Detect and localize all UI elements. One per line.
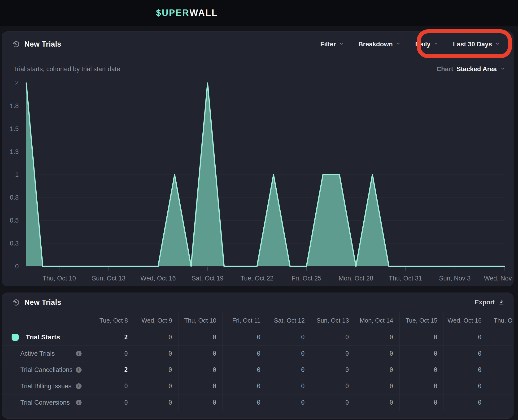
chart-panel-title: New Trials xyxy=(24,40,61,48)
logo-suffix: WALL xyxy=(190,8,218,18)
value-cell: 0 xyxy=(178,329,222,345)
value-cell: 0 xyxy=(311,378,355,394)
filter-dropdown[interactable]: Filter xyxy=(313,39,351,49)
column-header: Wed, Oct 16 xyxy=(444,312,488,329)
cell-value: 0 xyxy=(301,350,305,357)
value-cell: 0 xyxy=(222,329,267,345)
svg-text:0.8: 0.8 xyxy=(10,194,19,201)
svg-text:Mon, Oct 28: Mon, Oct 28 xyxy=(339,275,373,282)
breakdown-dropdown[interactable]: Breakdown xyxy=(351,39,408,49)
row-label-cell: Trial Conversions xyxy=(2,394,90,411)
value-cell: 0 xyxy=(355,394,399,411)
value-cell: 0 xyxy=(399,329,444,345)
svg-text:Sun, Nov 3: Sun, Nov 3 xyxy=(439,275,471,282)
value-cell: 0 xyxy=(399,362,444,378)
table-corner-cell xyxy=(2,312,90,329)
svg-text:2: 2 xyxy=(15,79,19,87)
table-row: Trial Cancellations200000000 xyxy=(2,362,513,378)
column-header-label: Sat, Oct 12 xyxy=(274,317,305,324)
superwall-logo: $UPERWALL xyxy=(156,0,218,26)
value-cell: 0 xyxy=(267,394,311,411)
value-cell xyxy=(488,378,513,394)
value-cell: 0 xyxy=(311,345,355,362)
value-cell: 0 xyxy=(444,345,488,362)
table-header-row: Tue, Oct 8Wed, Oct 9Thu, Oct 10Fri, Oct … xyxy=(2,312,513,329)
download-icon xyxy=(498,299,504,306)
cell-value: 0 xyxy=(168,383,172,390)
table-row: Trial Conversions000000000 xyxy=(2,394,513,411)
row-label-cell: Active Trials xyxy=(2,345,90,362)
value-cell: 2 xyxy=(90,329,134,345)
chevron-down-icon xyxy=(396,41,401,47)
info-icon[interactable] xyxy=(76,400,81,405)
column-header: Tue, Oct 15 xyxy=(399,312,444,329)
date-range-dropdown[interactable]: Last 30 Days xyxy=(446,39,507,49)
column-header: Thu, Oct 17 xyxy=(488,312,513,329)
row-label-cell: Trial Starts xyxy=(2,329,90,345)
value-cell: 0 xyxy=(178,394,222,411)
column-header: Sat, Oct 12 xyxy=(267,312,311,329)
cell-value: 0 xyxy=(213,366,216,373)
chevron-down-icon xyxy=(339,41,344,47)
column-header-label: Tue, Oct 8 xyxy=(100,317,128,324)
value-cell: 0 xyxy=(90,378,134,394)
cell-value: 0 xyxy=(434,366,437,373)
value-cell: 0 xyxy=(178,362,222,378)
chart-type-dropdown[interactable]: Chart Stacked Area xyxy=(437,66,505,73)
value-cell: 0 xyxy=(222,345,267,362)
chart-controls: Filter Breakdown Daily Last 30 Days xyxy=(313,32,513,57)
svg-text:Wed, Nov 6: Wed, Nov 6 xyxy=(484,275,514,282)
table-panel-header: New Trials Export xyxy=(2,293,513,312)
info-icon[interactable] xyxy=(76,367,81,373)
svg-text:Thu, Oct 31: Thu, Oct 31 xyxy=(389,275,422,282)
table-row: Active Trials000000000 xyxy=(2,345,513,362)
row-label: Trial Billing Issues xyxy=(20,383,72,390)
column-header-label: Thu, Oct 17 xyxy=(494,317,513,324)
value-cell xyxy=(488,394,513,411)
svg-text:0.5: 0.5 xyxy=(10,217,19,224)
cell-value: 0 xyxy=(478,399,481,406)
filter-label: Filter xyxy=(320,41,336,48)
info-icon[interactable] xyxy=(76,383,81,389)
cell-value: 2 xyxy=(124,366,128,373)
cell-value: 0 xyxy=(168,334,172,341)
cell-value: 0 xyxy=(213,334,216,341)
chevron-down-icon xyxy=(495,41,500,47)
cell-value: 0 xyxy=(345,350,349,357)
row-label: Trial Starts xyxy=(26,333,60,341)
value-cell: 0 xyxy=(311,362,355,378)
value-cell: 0 xyxy=(355,362,399,378)
cell-value: 0 xyxy=(213,383,216,390)
cell-value: 0 xyxy=(213,350,216,357)
column-header-label: Sun, Oct 13 xyxy=(317,317,349,324)
cell-value: 0 xyxy=(257,383,260,390)
row-label: Trial Conversions xyxy=(20,399,70,406)
value-cell: 0 xyxy=(355,329,399,345)
cell-value: 0 xyxy=(301,366,305,373)
value-cell: 0 xyxy=(134,329,178,345)
value-cell: 0 xyxy=(134,394,178,411)
cell-value: 0 xyxy=(345,399,349,406)
value-cell: 0 xyxy=(90,345,134,362)
value-cell: 0 xyxy=(267,345,311,362)
cell-value: 2 xyxy=(124,334,128,341)
svg-text:Tue, Oct 22: Tue, Oct 22 xyxy=(240,275,274,282)
cell-value: 0 xyxy=(301,399,305,406)
column-header-label: Wed, Oct 9 xyxy=(141,317,172,324)
cell-value: 0 xyxy=(478,383,481,390)
info-icon[interactable] xyxy=(76,351,81,356)
granularity-dropdown[interactable]: Daily xyxy=(408,39,446,49)
value-cell: 0 xyxy=(444,394,488,411)
chart-subtitle: Trial starts, cohorted by trial start da… xyxy=(13,66,120,73)
column-header-label: Fri, Oct 11 xyxy=(232,317,260,324)
value-cell: 0 xyxy=(134,378,178,394)
top-bar: $UPERWALL xyxy=(0,0,518,26)
new-trials-chart-panel: New Trials Filter Breakdown Daily xyxy=(2,31,513,286)
cell-value: 0 xyxy=(124,399,128,406)
cell-value: 0 xyxy=(301,334,305,341)
cell-value: 0 xyxy=(478,366,481,373)
export-button[interactable]: Export xyxy=(474,299,513,306)
value-cell: 0 xyxy=(90,394,134,411)
series-legend-swatch xyxy=(12,334,19,341)
value-cell: 0 xyxy=(267,362,311,378)
